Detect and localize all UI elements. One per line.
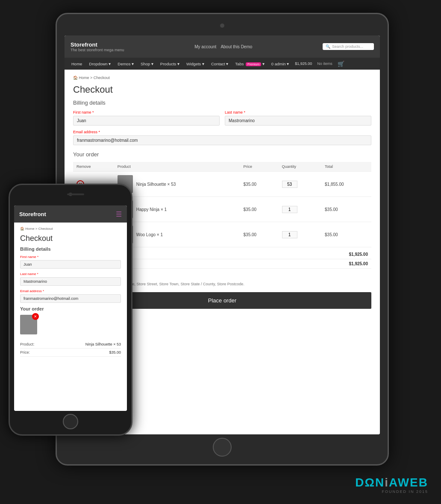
product-total: $1,855.00 [321,172,371,197]
nav-dropdown[interactable]: Dropdown ▾ [88,59,112,68]
name-row: First name * Last name * [73,110,371,126]
doniaweb-founded: FOUNDED IN 2015 [382,489,428,494]
phone-device: Storefront ☰ 🏠 Home > Checkout Checkout … [9,184,132,436]
last-name-group: Last name * [225,110,371,126]
nav-shop[interactable]: Shop ▾ [140,59,154,68]
phone-last-name-group: Last name * [20,272,121,286]
premium-badge: Premium [246,62,261,66]
tablet-logo: Storefront The best storefront mega menu [71,41,124,52]
phone-header: Storefront ☰ [14,205,127,223]
email-group: Email address * [73,130,371,145]
col-remove: Remove [73,162,114,172]
tablet-site-title: Storefront [71,41,124,48]
phone-product-row: Product: Ninja Silhouette × 53 [20,340,121,349]
col-quantity: Quantity [279,162,321,172]
first-name-label: First name * [73,110,220,114]
tablet-nav: Home Dropdown ▾ Demos ▾ Shop ▾ Products … [65,58,380,70]
nav-products[interactable]: Products ▾ [159,59,180,68]
phone-order-item: ✕ [20,315,37,334]
search-placeholder: Search products... [332,44,363,49]
quantity-input[interactable] [282,206,297,213]
email-label: Email address * [73,130,371,134]
phone-price-row: Price: $35.00 [20,349,121,357]
about-demo-link[interactable]: About this Demo [220,44,252,49]
phone-remove-button[interactable]: ✕ [32,313,39,320]
nav-items-count: No items [317,62,332,66]
cart-icon[interactable]: 🛒 [338,61,344,67]
phone-site-title: Storefront [19,211,46,217]
nav-tabs[interactable]: Tabs Premium ▾ [234,59,265,68]
col-total: Total [321,162,371,172]
tablet-header-links: My account About this Demo [194,44,252,49]
tablet-search[interactable]: 🔍 Search products... [323,43,374,50]
phone-billing-title: Billing details [20,246,121,252]
total-value: $1,925.00 [349,261,368,266]
nav-widgets[interactable]: Widgets ▾ [185,59,205,68]
product-price: $35.00 [240,197,279,222]
hamburger-menu-icon[interactable]: ☰ [116,210,122,218]
nav-admin[interactable]: 0 admin ▾ [270,59,290,68]
nav-home[interactable]: Home [71,59,83,68]
product-price: $35.00 [240,222,279,247]
phone-last-name-label: Last name * [20,272,121,276]
phone-first-name-label: First name * [20,255,121,259]
phone-email-input[interactable] [20,294,121,303]
product-name: Ninja Silhouette × 53 [136,182,176,187]
tablet-breadcrumb: 🏠 Home > Checkout [73,76,371,80]
product-price: $35.00 [240,172,279,197]
product-total: $35.00 [321,197,371,222]
subtotal-value: $1,925.00 [349,252,368,257]
phone-product-value: Ninja Silhouette × 53 [85,342,121,346]
nav-demos[interactable]: Demos ▾ [117,59,135,68]
phone-page-title: Checkout [20,234,121,243]
home-icon: 🏠 [20,227,24,231]
phone-first-name-input[interactable] [20,260,121,269]
doniaweb-logo: DΩNiAWEB FOUNDED IN 2015 [355,476,428,494]
phone-order-title: Your order [20,306,121,311]
last-name-input[interactable] [225,116,371,126]
last-name-label: Last name * [225,110,371,114]
phone-last-name-input[interactable] [20,277,121,286]
tablet-home-button[interactable] [213,438,232,457]
email-input[interactable] [73,135,371,145]
nav-price: $1,925.00 [295,62,312,66]
col-product: Product [114,162,240,172]
phone-order-section: Your order ✕ Product: Ninja Silhouette ×… [20,306,121,357]
phone-content: 🏠 Home > Checkout Checkout Billing detai… [14,223,127,411]
product-total: $35.00 [321,222,371,247]
first-name-input[interactable] [73,116,220,126]
phone-home-button[interactable] [63,414,78,429]
tablet-header: Storefront The best storefront mega menu… [65,35,380,58]
phone-product-label: Product: [20,342,35,346]
phone-breadcrumb: 🏠 Home > Checkout [20,227,121,231]
billing-title: Billing details [73,100,371,106]
phone-price-label: Price: [20,350,30,355]
phone-speaker [67,193,84,195]
phone-email-label: Email address * [20,289,121,293]
my-account-link[interactable]: My account [194,44,216,49]
nav-contact[interactable]: Contact ▾ [210,59,229,68]
order-title: Your order [73,151,371,158]
page-title: Checkout [73,84,371,95]
phone-price-value: $35.00 [109,350,121,355]
quantity-input[interactable] [282,231,297,238]
tablet-camera [220,23,224,28]
quantity-input[interactable] [282,181,297,188]
product-name: Woo Logo × 1 [136,232,163,237]
product-name: Happy Ninja × 1 [136,207,167,212]
col-price: Price [240,162,279,172]
first-name-group: First name * [73,110,220,126]
phone-first-name-group: First name * [20,255,121,269]
phone-email-group: Email address * [20,289,121,303]
search-icon: 🔍 [326,44,330,49]
phone-screen: Storefront ☰ 🏠 Home > Checkout Checkout … [14,205,127,411]
home-icon: 🏠 [73,76,78,80]
doniaweb-brand: DΩNiAWEB [355,476,428,489]
tablet-site-subtitle: The best storefront mega menu [71,48,124,52]
